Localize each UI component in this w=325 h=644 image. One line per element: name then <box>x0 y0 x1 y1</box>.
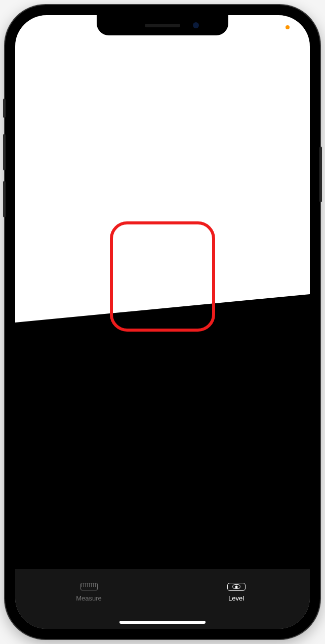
level-surface[interactable]: 9° <box>15 15 310 629</box>
tab-level-label: Level <box>228 594 244 602</box>
power-button <box>319 147 322 202</box>
home-indicator[interactable] <box>119 621 206 624</box>
device-frame: 9° Measure Level <box>5 5 320 639</box>
earpiece-speaker <box>145 24 180 27</box>
tab-level[interactable]: Level <box>162 569 310 614</box>
front-camera <box>193 22 199 28</box>
ruler-icon <box>80 581 98 592</box>
silent-switch <box>3 99 6 118</box>
screen: 9° Measure Level <box>15 15 310 629</box>
degree-symbol: ° <box>172 254 182 283</box>
tab-bar: Measure Level <box>15 569 310 629</box>
angle-value: 9 <box>143 250 170 301</box>
tab-measure-label: Measure <box>76 594 102 602</box>
volume-down-button <box>3 181 6 217</box>
tab-measure[interactable]: Measure <box>15 569 162 614</box>
angle-readout: 9° <box>143 250 182 301</box>
microphone-indicator-dot <box>286 25 290 29</box>
notch <box>97 15 228 35</box>
level-icon <box>227 581 246 592</box>
volume-up-button <box>3 134 6 170</box>
